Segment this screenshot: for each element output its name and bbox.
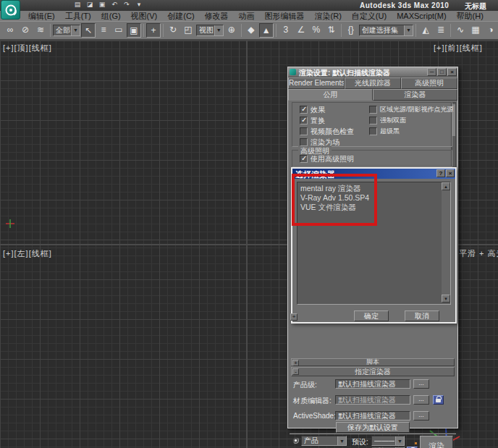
angle-snap-icon[interactable]: ∠ (294, 23, 308, 38)
checkbox[interactable] (300, 117, 308, 124)
menu-item[interactable]: 编辑(E) (23, 11, 60, 21)
undo-icon[interactable]: ↶ (109, 1, 119, 9)
use-advanced-lighting-row[interactable]: 使用高级照明 (300, 153, 354, 164)
checkbox[interactable] (300, 106, 308, 114)
menu-item[interactable]: 自定义(U) (347, 11, 392, 21)
select-object-icon[interactable]: ↖ (81, 23, 96, 38)
select-and-scale-icon[interactable]: ◰ (181, 23, 195, 38)
window-crossing-icon[interactable]: ▣ (127, 23, 141, 38)
list-scrollbar[interactable]: ▲ ▼ (442, 182, 450, 303)
use-pivot-center-icon[interactable]: ⊕ (224, 23, 239, 38)
maximize-button[interactable]: □ (437, 68, 447, 76)
mirror-icon[interactable]: ◭ (418, 23, 433, 38)
menu-item[interactable]: 帮助(H) (452, 11, 489, 21)
renderer-list-item[interactable]: V-Ray Adv 1.50.SP4 (297, 193, 450, 203)
render-dialog-tab[interactable]: 高级照明 (401, 77, 457, 89)
render-dialog-tab[interactable]: Render Elements (288, 77, 345, 89)
named-selection-set-dropdown[interactable]: 创建选择集▼ (359, 25, 413, 36)
scroll-down-icon[interactable]: ▼ (442, 295, 450, 303)
production-browse-button[interactable]: ... (413, 379, 429, 389)
production-mode-radio[interactable] (292, 437, 299, 444)
option-checkbox-row[interactable]: 强制双面 (369, 115, 452, 126)
spinner-snap-icon[interactable]: ⇅ (324, 23, 339, 38)
option-checkbox-row[interactable]: 效果 (300, 104, 368, 115)
render-dialog-tab[interactable]: 光线跟踪器 (345, 77, 401, 89)
rollout-script[interactable]: + 脚本 (291, 358, 455, 366)
checkbox[interactable] (300, 155, 308, 163)
save-defaults-button[interactable]: 保存为默认设置 (336, 422, 410, 433)
render-button[interactable]: 渲染 (420, 436, 453, 448)
menu-item[interactable]: 渲染(R) (310, 11, 347, 21)
redo-icon[interactable]: ↷ (122, 1, 132, 9)
menu-item[interactable]: 图形编辑器 (260, 11, 310, 21)
menu-item[interactable]: MAXScript(M) (392, 11, 451, 21)
renderer-list-item[interactable]: VUE 文件渲染器 (297, 203, 450, 212)
viewport-label-left[interactable]: [+][左][线框] (3, 248, 52, 259)
rectangular-selection-icon[interactable]: ▭ (111, 23, 126, 38)
preset-dropdown[interactable]: —————▼ (371, 436, 405, 446)
curve-editor-icon[interactable]: ∿ (453, 23, 468, 38)
menu-item[interactable]: 工具(T) (60, 11, 96, 21)
select-and-move-icon[interactable]: + (146, 23, 161, 38)
menu-item[interactable]: 创建(C) (162, 11, 199, 21)
open-file-icon[interactable]: ◪ (85, 1, 95, 9)
viewport-label-top[interactable]: [+][顶][线框] (3, 43, 52, 54)
collapsed-rollout-expand-icon[interactable]: + (290, 313, 297, 321)
checkbox[interactable] (300, 138, 308, 146)
renderer-list-item[interactable]: mental ray 渲染器 (297, 184, 450, 193)
choose-renderer-titlebar[interactable]: 选择渲染器 ? × (292, 169, 455, 179)
minimize-button[interactable]: ─ (427, 68, 436, 76)
schematic-view-icon[interactable]: ▦ (468, 23, 483, 38)
save-file-icon[interactable]: ▣ (97, 1, 107, 9)
activeshade-browse-button[interactable]: ... (413, 411, 429, 420)
checkbox[interactable] (300, 127, 308, 135)
render-mode-dropdown[interactable]: 产品▼ (301, 436, 347, 446)
scroll-up-icon[interactable]: ▲ (442, 182, 450, 190)
rollout-assign-renderer[interactable]: - 指定渲染器 (291, 367, 455, 376)
select-by-name-icon[interactable]: ≡ (96, 23, 111, 38)
edit-named-selections-icon[interactable]: {} (344, 23, 358, 38)
menu-item[interactable]: 修改器 (200, 11, 234, 21)
cancel-button[interactable]: 取消 (405, 310, 439, 321)
selection-filter-dropdown[interactable]: 全部▼ (53, 25, 80, 36)
viewport-label-perspective[interactable]: 平滑 + 高光 ] (459, 248, 498, 259)
option-checkbox-row[interactable]: 区域光源/阴影视作点光源 (369, 104, 452, 115)
window-titlebar[interactable]: ▤◪▣↶↷▾ Autodesk 3ds Max 2010 无标题 (0, 0, 498, 11)
renderer-list[interactable]: mental ray 渲染器V-Ray Adv 1.50.SP4VUE 文件渲染… (297, 182, 451, 305)
viewport-label-front[interactable]: [+][前][线框] (434, 43, 483, 54)
material-browse-button[interactable]: ... (413, 395, 429, 405)
option-checkbox-row[interactable]: 视频颜色检查 (300, 126, 368, 137)
render-dialog-tab[interactable]: 公用 (288, 89, 373, 101)
keyboard-override-icon[interactable]: ▲ (259, 23, 274, 38)
rollout-expand-icon[interactable]: + (292, 360, 299, 366)
render-dialog-titlebar[interactable]: 渲染设置: 默认扫描线渲染器 ─ □ × (288, 67, 457, 77)
close-button[interactable]: × (446, 169, 455, 177)
option-checkbox-row[interactable]: 超级黑 (369, 126, 452, 137)
help-button[interactable]: ? (436, 169, 445, 177)
unlink-selection-icon[interactable]: ⊘ (18, 23, 33, 38)
checkbox[interactable] (369, 117, 377, 124)
render-dialog-tab[interactable]: 渲染器 (373, 89, 457, 101)
menu-item[interactable]: 组(G) (96, 11, 126, 21)
new-scene-icon[interactable]: ▤ (72, 1, 83, 9)
checkbox[interactable] (369, 106, 377, 114)
select-and-rotate-icon[interactable]: ↻ (166, 23, 180, 38)
quick-access-more-icon[interactable]: ▾ (134, 1, 144, 9)
menu-item[interactable]: 动画 (234, 11, 260, 21)
rollout-collapse-icon[interactable]: - (292, 368, 299, 375)
3dsmax-logo-icon[interactable] (1, 0, 20, 20)
select-and-link-icon[interactable]: ∞ (3, 23, 17, 38)
material-editor-icon[interactable]: ◑ (484, 23, 498, 38)
material-lock-button[interactable] (433, 395, 444, 405)
align-icon[interactable]: ≣ (434, 23, 448, 38)
bind-to-space-warp-icon[interactable]: ≋ (33, 23, 48, 38)
checkbox[interactable] (369, 127, 377, 135)
ok-button[interactable]: 确定 (354, 310, 389, 321)
reference-coordinate-dropdown[interactable]: 视图▼ (196, 25, 224, 36)
option-checkbox-row[interactable]: 置换 (300, 115, 368, 126)
percent-snap-icon[interactable]: % (309, 23, 324, 38)
close-button[interactable]: × (447, 68, 457, 76)
snap-toggle-3d-icon[interactable]: 3 (279, 23, 293, 38)
menu-item[interactable]: 视图(V) (126, 11, 163, 21)
select-and-manipulate-icon[interactable]: ◆ (244, 23, 258, 38)
